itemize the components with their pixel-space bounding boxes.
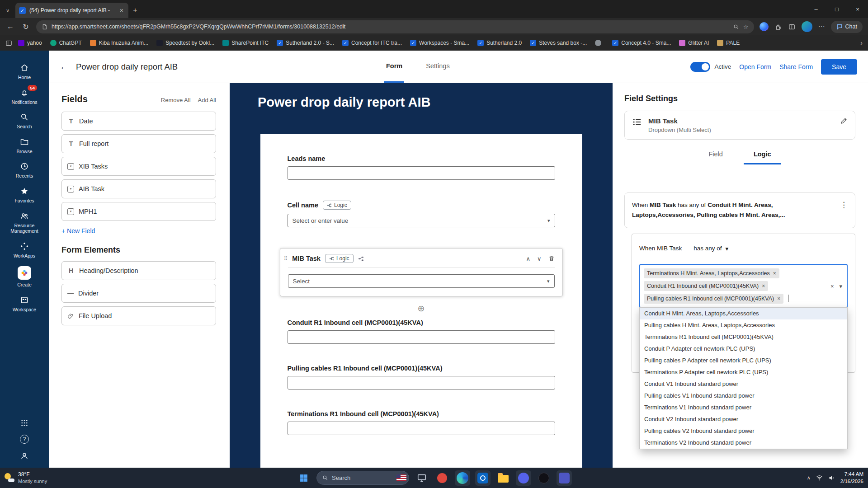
extensions-icon[interactable] [774, 23, 782, 31]
dropdown-option[interactable]: Pulling cables P Adapter cell newtork PL… [640, 355, 847, 366]
bookmark-item[interactable]: ✓Sutherland 2.0 - S... [274, 38, 336, 47]
mib-task-select[interactable]: Select ▾ [288, 274, 555, 288]
sidebar-item-home[interactable]: Home [0, 60, 49, 84]
field-item-aib-task[interactable]: ▾AIB Task [61, 179, 216, 198]
help-icon[interactable]: ? [20, 435, 29, 444]
copilot-icon[interactable] [760, 22, 769, 31]
sidebar-item-notifications[interactable]: 54 Notifications [0, 84, 49, 109]
value-chip[interactable]: Pulling cables R1 Inbound cell (MCP0001)… [644, 294, 783, 304]
tab-close-icon[interactable]: × [118, 7, 125, 14]
dropdown-option[interactable]: Pulling cables H Mint. Areas, Laptops,Ac… [640, 319, 847, 331]
move-down-icon[interactable]: ∨ [537, 255, 542, 262]
back-button[interactable]: ← [5, 23, 15, 31]
taskbar-app-teams[interactable] [557, 470, 572, 486]
back-arrow-icon[interactable]: ← [60, 61, 69, 72]
value-chip[interactable]: Conduit R1 Inbound cell (MCP0001)(45KVA)… [644, 281, 768, 291]
edit-pencil-icon[interactable] [840, 117, 848, 125]
tray-expand-icon[interactable]: ∧ [807, 475, 811, 481]
field-item-date[interactable]: TDate [61, 112, 216, 131]
account-icon[interactable] [20, 451, 29, 460]
chip-remove-icon[interactable]: × [773, 270, 776, 277]
field-item-mph1[interactable]: ▾MPH1 [61, 202, 216, 221]
tab-logic[interactable]: Logic [744, 146, 781, 164]
bookmark-item[interactable]: ✓Concept 4.0 - Sma... [610, 38, 673, 47]
chip-remove-icon[interactable]: × [777, 296, 780, 302]
profile-avatar[interactable] [802, 21, 812, 32]
share-form-link[interactable]: Share Form [779, 63, 813, 70]
sidebar-panel-icon[interactable] [5, 40, 12, 47]
window-close-button[interactable]: × [847, 0, 868, 18]
clear-all-icon[interactable]: × [830, 282, 834, 289]
add-all-link[interactable]: Add All [198, 97, 216, 103]
bookmark-item[interactable]: SharePoint ITC [220, 38, 271, 47]
taskbar-app-dark[interactable] [536, 470, 552, 486]
app-launcher-icon[interactable] [20, 419, 28, 427]
logic-rule-summary[interactable]: When MIB Task has any of Conduit H Mint.… [624, 192, 855, 228]
bookmark-item[interactable]: ✓Sutherland 2.0 [475, 38, 524, 47]
refresh-button[interactable]: ↻ [21, 23, 31, 31]
terminations-r1-input[interactable] [288, 422, 555, 435]
tab-settings[interactable]: Settings [424, 51, 451, 83]
bookmarks-overflow-icon[interactable]: › [860, 39, 863, 47]
new-tab-button[interactable]: + [128, 3, 142, 18]
taskbar-app-outlook[interactable] [475, 470, 491, 486]
trash-icon[interactable] [548, 255, 555, 262]
selected-field-container[interactable]: ⠿ MIB Task Logic ∧ ∨ [280, 248, 563, 296]
taskbar-search[interactable]: Search [316, 471, 409, 485]
zoom-icon[interactable] [733, 24, 739, 30]
element-heading-description[interactable]: HHeading/Description [61, 261, 216, 280]
dropdown-option[interactable]: Conduit P Adapter cell newtork PLC (UPS) [640, 343, 847, 355]
taskbar-app-discord[interactable] [516, 470, 531, 486]
drag-handle-icon[interactable]: ⠿ [284, 255, 288, 262]
element-divider[interactable]: Divider [61, 284, 216, 303]
weather-widget[interactable]: 38°F Mostly sunny [5, 471, 47, 485]
dropdown-option[interactable]: Conduit V2 Inbound standard power [640, 413, 847, 425]
bookmark-item[interactable]: yahoo [16, 38, 44, 47]
address-bar[interactable]: https://app.smartsheet.com/sheets/qFR2pG… [36, 20, 754, 33]
start-button[interactable] [296, 470, 311, 486]
tab-actions-menu[interactable]: ∨ [0, 3, 15, 18]
element-file-upload[interactable]: File Upload [61, 306, 216, 325]
taskbar-app-red[interactable] [434, 470, 450, 486]
operator-dropdown[interactable]: has any of ▾ [693, 245, 728, 252]
bookmark-item[interactable]: Speedtest by Ookl... [154, 38, 217, 47]
caret-down-icon[interactable]: ▾ [839, 282, 842, 289]
sidebar-item-search[interactable]: Search [0, 109, 49, 133]
dropdown-option[interactable]: Pulling cables V2 Inbound standard power [640, 425, 847, 437]
move-up-icon[interactable]: ∧ [526, 255, 530, 262]
wifi-icon[interactable] [816, 475, 823, 481]
dropdown-option[interactable]: Terminations R1 Inbound cell (MCP0001)(4… [640, 331, 847, 343]
taskbar-clock[interactable]: 7:44 AM 2/16/2026 [840, 471, 863, 485]
logic-branch-icon[interactable] [358, 256, 364, 262]
bookmark-item[interactable]: Kiba Inuzuka Anim... [88, 38, 151, 47]
taskbar-app-explorer[interactable] [495, 470, 511, 486]
rule-menu-icon[interactable]: ⋮ [840, 199, 848, 211]
bookmark-item[interactable] [593, 38, 606, 47]
sidebar-item-browse[interactable]: Browse [0, 134, 49, 158]
bookmark-item[interactable]: PALE [715, 38, 742, 47]
bookmark-item[interactable]: Glitter AI [677, 38, 711, 47]
pulling-cables-r1-input[interactable] [288, 376, 555, 389]
dropdown-option[interactable]: Terminations P Adapter cell newtork PLC … [640, 366, 847, 378]
window-minimize-button[interactable]: – [806, 0, 826, 18]
bookmark-item[interactable]: ✓Steves sand box -... [528, 38, 589, 47]
selected-field-card[interactable]: MIB Task Dropdown (Multi Select) [624, 111, 855, 140]
field-item-xib-tasks[interactable]: ▾XIB Tasks [61, 157, 216, 176]
new-field-link[interactable]: + New Field [61, 227, 216, 235]
sidebar-item-recents[interactable]: Recents [0, 158, 49, 183]
dropdown-option[interactable]: Terminations V2 Inbound standard power [640, 437, 847, 449]
taskbar-app-monitor[interactable] [414, 470, 429, 486]
logic-chip[interactable]: Logic [325, 254, 354, 263]
chat-button[interactable]: Chat [831, 21, 863, 33]
tab-field[interactable]: Field [698, 146, 732, 164]
leads-name-input[interactable] [288, 166, 555, 180]
browser-menu-icon[interactable]: ⋯ [818, 23, 825, 31]
add-field-button[interactable]: ⊕ [418, 303, 425, 314]
page-info-icon[interactable] [42, 24, 47, 30]
favorite-star-icon[interactable]: ☆ [743, 23, 749, 30]
field-item-full-report[interactable]: TFull report [61, 134, 216, 153]
bookmark-item[interactable]: ChatGPT [48, 38, 84, 47]
chip-remove-icon[interactable]: × [762, 283, 765, 289]
active-toggle[interactable] [690, 62, 710, 72]
value-chip[interactable]: Terminations H Mint. Areas, Laptops,Acce… [644, 268, 779, 278]
